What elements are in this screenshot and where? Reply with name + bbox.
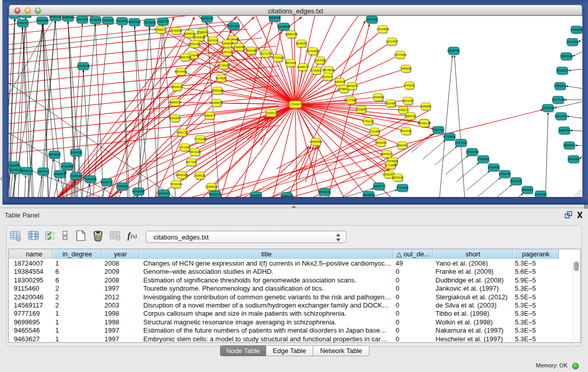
svg-text:71906594: 71906594: [221, 42, 234, 45]
svg-text:34957885: 34957885: [179, 56, 192, 59]
svg-text:77752047: 77752047: [194, 138, 207, 141]
svg-text:1031051: 1031051: [77, 18, 88, 21]
svg-text:55886753: 55886753: [285, 33, 298, 36]
svg-text:4711382: 4711382: [369, 130, 380, 133]
svg-text:4966319: 4966319: [521, 188, 533, 191]
svg-text:7917693: 7917693: [567, 40, 578, 43]
svg-text:96405377: 96405377: [381, 152, 394, 156]
svg-text:2787429: 2787429: [222, 51, 233, 54]
svg-text:6690967: 6690967: [563, 144, 575, 147]
svg-text:81177589: 81177589: [344, 99, 357, 102]
svg-text:80831367: 80831367: [188, 42, 201, 46]
svg-text:29946804: 29946804: [362, 193, 375, 196]
svg-text:62702895: 62702895: [307, 50, 319, 53]
svg-text:3387262: 3387262: [129, 20, 140, 24]
svg-text:3685160: 3685160: [405, 115, 416, 118]
svg-text:19384554: 19384554: [310, 140, 322, 143]
svg-text:86578091: 86578091: [322, 69, 335, 72]
svg-text:9912419: 9912419: [510, 180, 521, 183]
svg-text:1746120: 1746120: [362, 120, 374, 123]
svg-text:67737826: 67737826: [272, 56, 285, 59]
svg-text:8721489: 8721489: [397, 186, 408, 189]
svg-text:8809570: 8809570: [9, 16, 20, 16]
svg-text:3518233: 3518233: [171, 85, 183, 89]
svg-text:1724007: 1724007: [290, 103, 301, 106]
svg-text:15451680: 15451680: [211, 89, 224, 92]
svg-text:37996507: 37996507: [197, 31, 209, 34]
svg-text:3709859: 3709859: [356, 108, 367, 111]
svg-text:5674680: 5674680: [215, 77, 227, 80]
svg-text:1969379: 1969379: [346, 84, 358, 87]
svg-text:04499727: 04499727: [297, 65, 310, 69]
svg-text:4060883: 4060883: [250, 194, 262, 197]
svg-text:1745961: 1745961: [311, 69, 322, 72]
svg-text:57262849: 57262849: [170, 29, 183, 32]
svg-text:98084124: 98084124: [20, 169, 33, 172]
svg-text:00766177: 00766177: [418, 122, 431, 125]
svg-text:8677496: 8677496: [186, 161, 197, 164]
svg-text:13433200: 13433200: [571, 28, 582, 31]
svg-text:5009788: 5009788: [269, 16, 280, 19]
svg-text:80112805: 80112805: [61, 165, 73, 168]
svg-text:1824493: 1824493: [37, 170, 49, 173]
svg-text:4896383: 4896383: [37, 19, 48, 22]
svg-text:9421047: 9421047: [402, 99, 413, 102]
svg-text:61595148: 61595148: [280, 194, 293, 198]
svg-text:7193745: 7193745: [499, 172, 510, 176]
svg-text:37631165: 37631165: [102, 19, 114, 22]
svg-text:53755646: 53755646: [466, 150, 479, 154]
svg-text:10154808: 10154808: [377, 28, 389, 31]
svg-text:49894134: 49894134: [169, 101, 182, 104]
svg-text:02606474: 02606474: [201, 17, 213, 20]
svg-text:01429401: 01429401: [158, 192, 170, 195]
svg-text:1671902: 1671902: [179, 146, 190, 149]
svg-text:36995777: 36995777: [373, 185, 386, 188]
svg-text:7485063: 7485063: [400, 67, 411, 70]
svg-text:6658760: 6658760: [559, 129, 570, 132]
svg-text:6204505: 6204505: [71, 151, 82, 154]
svg-text:10648784: 10648784: [447, 49, 460, 52]
svg-text:7543303: 7543303: [117, 185, 128, 188]
svg-text:19218506: 19218506: [278, 25, 291, 28]
svg-text:55698169: 55698169: [209, 193, 222, 196]
svg-text:2087682: 2087682: [366, 18, 378, 21]
svg-text:5098393: 5098393: [62, 16, 74, 19]
svg-text:1530027: 1530027: [266, 112, 277, 115]
svg-text:65648236: 65648236: [318, 190, 331, 193]
svg-text:8421020: 8421020: [400, 129, 411, 133]
svg-text:1399049: 1399049: [233, 46, 245, 49]
svg-text:(x): (x): [130, 233, 137, 239]
svg-text:75869261: 75869261: [375, 141, 387, 144]
svg-text:7839084: 7839084: [373, 96, 384, 99]
svg-text:4005045: 4005045: [334, 80, 345, 83]
svg-text:62729806: 62729806: [443, 135, 456, 138]
svg-text:3529042: 3529042: [392, 176, 403, 179]
svg-text:7889579: 7889579: [554, 84, 565, 87]
svg-text:12213967: 12213967: [386, 40, 399, 43]
svg-text:9821465: 9821465: [285, 61, 296, 64]
svg-text:71756551: 71756551: [217, 64, 230, 67]
svg-text:0932480: 0932480: [246, 49, 257, 52]
svg-text:34874016: 34874016: [48, 153, 61, 156]
svg-text:26053346: 26053346: [77, 64, 90, 68]
svg-text:51850671: 51850671: [155, 28, 167, 31]
svg-text:99091334: 99091334: [176, 173, 188, 177]
svg-text:2421024: 2421024: [207, 39, 219, 42]
svg-text:13493618: 13493618: [205, 185, 218, 188]
svg-text:5466889: 5466889: [568, 158, 579, 161]
svg-text:81223623: 81223623: [555, 115, 568, 118]
svg-text:54145868: 54145868: [132, 190, 145, 193]
svg-text:0842710: 0842710: [177, 131, 188, 134]
svg-text:17080531: 17080531: [477, 158, 490, 161]
svg-text:87277434: 87277434: [552, 98, 565, 101]
svg-text:3158692: 3158692: [70, 174, 81, 178]
svg-text:10973493: 10973493: [394, 53, 407, 56]
svg-text:9636057: 9636057: [296, 42, 307, 45]
svg-text:9413186: 9413186: [189, 150, 201, 154]
svg-text:2328120: 2328120: [194, 174, 205, 177]
svg-text:9743953: 9743953: [404, 84, 415, 87]
svg-text:1627204: 1627204: [455, 141, 467, 144]
svg-text:73178108: 73178108: [143, 21, 156, 24]
svg-text:7182278: 7182278: [17, 21, 28, 25]
svg-text:76320163: 76320163: [560, 55, 573, 58]
